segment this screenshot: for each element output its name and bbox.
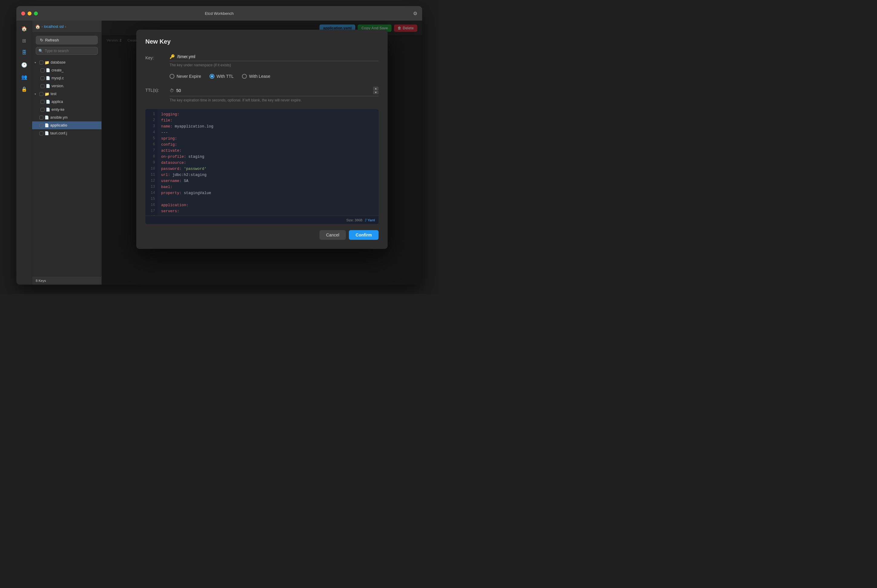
sidebar-item-database[interactable]: 🗄 (19, 47, 30, 58)
sidebar-item-users[interactable]: 👥 (19, 72, 30, 82)
minimize-button[interactable] (27, 12, 31, 15)
tree-label: test (51, 92, 56, 96)
code-line-17: servers: (161, 208, 375, 214)
radio-label-never: Never Expire (177, 74, 201, 79)
close-button[interactable] (21, 12, 25, 15)
tree-checkbox[interactable] (39, 60, 43, 64)
ttl-decrement[interactable]: ▼ (373, 90, 379, 94)
radio-with-lease[interactable]: With Lease (242, 74, 270, 79)
tree-checkbox[interactable] (40, 100, 45, 104)
cancel-button[interactable]: Cancel (319, 230, 346, 240)
line-num-16: 16 (145, 202, 157, 208)
ttl-input[interactable] (176, 88, 371, 93)
code-line-6: config: (161, 142, 375, 148)
radio-circle-ttl (210, 74, 214, 79)
code-line-15 (161, 196, 375, 202)
window-title: Etcd Workbench (205, 11, 234, 16)
code-line-9: datasource: (161, 160, 375, 166)
tree-checkbox[interactable] (39, 92, 43, 96)
expiry-radio-group: Never Expire With TTL With Lease (145, 74, 379, 79)
ttl-form-row: TTL(s): ⏱ ▲ ▼ The key expiration time in (145, 85, 379, 106)
file-icon: 📄 (46, 100, 50, 104)
settings-icon[interactable]: ⚙ (413, 10, 417, 16)
chevron-down-icon: ▾ (34, 61, 38, 64)
radio-circle-never (169, 74, 174, 79)
breadcrumb-separator: › (42, 24, 43, 29)
tree-item-ansible[interactable]: ▾ 📄 ansible.ym (32, 114, 102, 122)
tree-checkbox[interactable] (39, 116, 43, 120)
ttl-input-wrap: ⏱ ▲ ▼ (169, 85, 379, 96)
key-input[interactable] (177, 54, 379, 59)
tree-label: mysql.c (51, 76, 64, 80)
line-num-8: 8 (145, 154, 157, 160)
tree-item-database[interactable]: ▾ 📁 database (32, 58, 102, 66)
maximize-button[interactable] (34, 12, 38, 15)
tree-checkbox[interactable] (39, 131, 43, 135)
line-num-7: 7 (145, 148, 157, 154)
tree-item-applica[interactable]: 📄 applica (32, 98, 102, 106)
chevron-down-icon: ▾ (34, 92, 38, 96)
tree-item-test[interactable]: ▾ 📁 test (32, 90, 102, 98)
ttl-field-wrap: ⏱ ▲ ▼ The key expiration time in seconds… (169, 85, 379, 106)
home-icon[interactable]: 🏠 (35, 24, 40, 29)
code-lines[interactable]: logging: file: name: myapplication.log -… (157, 109, 379, 216)
yaml-format-link[interactable]: ⤴ Yaml (365, 218, 375, 222)
code-line-1: logging: (161, 111, 375, 117)
refresh-button[interactable]: ↻ Refresh (36, 36, 98, 45)
key-hint: The key under namespace (if it exists) (169, 63, 379, 67)
line-numbers: 1 2 3 4 5 6 7 8 9 10 11 (145, 109, 157, 216)
tree-label: applicatio (50, 123, 67, 128)
code-line-7: activate: (161, 148, 375, 154)
refresh-icon: ↻ (40, 38, 43, 42)
file-icon: 📄 (45, 123, 49, 128)
file-icon: 📄 (45, 131, 49, 135)
sidebar-item-home[interactable]: 🏠 (19, 23, 30, 34)
tree-item-version[interactable]: 📄 version. (32, 82, 102, 90)
yaml-icon: ⤴ (365, 218, 367, 222)
titlebar: Etcd Workbench ⚙ (16, 6, 422, 21)
line-num-1: 1 (145, 111, 157, 117)
code-line-4: --- (161, 130, 375, 136)
key-icon: 🔑 (169, 54, 175, 59)
tree-item-emty[interactable]: 📄 emty-ke (32, 106, 102, 114)
tree-checkbox[interactable] (40, 76, 45, 80)
confirm-button[interactable]: Confirm (349, 230, 379, 240)
tree-checkbox[interactable] (40, 84, 45, 88)
app-window: Etcd Workbench ⚙ 🏠 ⊞ 🗄 🕐 👥 🔒 🏠 › localho… (16, 6, 422, 285)
tree-item-application[interactable]: ▾ 📄 applicatio (32, 122, 102, 129)
traffic-lights (21, 12, 38, 15)
tree-item-mysql[interactable]: 📄 mysql.c (32, 74, 102, 82)
breadcrumb-arrow: › (65, 24, 66, 29)
radio-label-lease: With Lease (249, 74, 270, 79)
tree-checkbox[interactable] (40, 68, 45, 72)
folder-icon: 📁 (45, 60, 49, 65)
clock-icon: ⏱ (169, 88, 174, 93)
ttl-label: TTL(s): (145, 85, 169, 93)
right-area: application.yaml Copy And Save 🗑 Delete … (102, 21, 422, 285)
radio-with-ttl[interactable]: With TTL (210, 74, 234, 79)
search-icon: 🔍 (39, 49, 43, 53)
code-line-13: bael: (161, 184, 375, 190)
search-input[interactable] (45, 49, 95, 53)
tree-checkbox[interactable] (40, 108, 45, 112)
tree-item-tauri[interactable]: ▾ 📄 tauri.conf.j (32, 129, 102, 137)
breadcrumb-item[interactable]: localhost ssl (44, 24, 64, 29)
radio-label-ttl: With TTL (216, 74, 234, 79)
folder-icon: 📁 (45, 92, 49, 96)
tree-checkbox[interactable] (39, 123, 43, 128)
tree-item-create[interactable]: 📄 create_ (32, 66, 102, 74)
refresh-label: Refresh (45, 38, 59, 42)
line-num-6: 6 (145, 142, 157, 148)
yaml-label: Yaml (368, 218, 375, 222)
radio-never-expire[interactable]: Never Expire (169, 74, 201, 79)
sidebar-item-grid[interactable]: ⊞ (19, 35, 30, 46)
dialog-title: New Key (145, 38, 379, 45)
code-line-14: property: stagingValue (161, 190, 375, 196)
main-layout: 🏠 ⊞ 🗄 🕐 👥 🔒 🏠 › localhost ssl › ↻ Refres… (16, 21, 422, 285)
sidebar-item-history[interactable]: 🕐 (19, 59, 30, 70)
new-key-dialog: New Key Key: 🔑 The key under namespace (… (136, 30, 388, 249)
sidebar-item-lock[interactable]: 🔒 (19, 84, 30, 94)
code-editor[interactable]: 1 2 3 4 5 6 7 8 9 10 11 (145, 109, 379, 224)
ttl-increment[interactable]: ▲ (373, 87, 379, 90)
code-content: 1 2 3 4 5 6 7 8 9 10 11 (145, 109, 379, 216)
